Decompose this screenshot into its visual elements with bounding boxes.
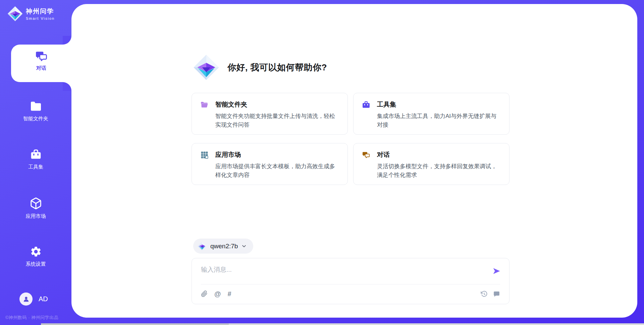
scrollbar-thumb[interactable] (41, 323, 229, 325)
hashtag-icon[interactable]: # (228, 290, 231, 298)
grid-icon (200, 151, 209, 159)
person-icon (22, 295, 30, 303)
card-title: 工具集 (377, 100, 396, 109)
card-smart-folder[interactable]: 智能文件夹 智能文件夹功能支持批量文件上传与清洗，轻松实现文件问答 (192, 93, 348, 135)
chevron-down-icon (241, 244, 247, 249)
sidebar-item-label: 工具集 (28, 164, 43, 170)
page-background: { "brand": { "name": "神州问学", "subtitle":… (0, 0, 644, 325)
gear-icon (30, 246, 42, 258)
sidebar-item-label: 智能文件夹 (23, 116, 48, 122)
copyright-text: ©神州数码 · 神州问学出品 (5, 315, 58, 321)
briefcase-icon (362, 101, 370, 109)
card-title: 智能文件夹 (215, 100, 247, 109)
chat-bubbles-icon (362, 151, 370, 159)
message-input[interactable] (201, 263, 486, 276)
brand-name: 神州问学 (26, 7, 55, 16)
composer-toolbar: @ # (201, 284, 500, 304)
model-gem-icon (198, 242, 207, 251)
tab-fillet-bottom (63, 82, 71, 91)
tab-fillet-top (63, 36, 71, 45)
sidebar-item-toolset[interactable]: 工具集 (0, 148, 71, 170)
card-description: 应用市场提供丰富长文本模板，助力高效生成多样化文章内容 (215, 162, 339, 179)
cube-icon (30, 197, 42, 210)
attachment-icon[interactable] (201, 290, 208, 297)
card-title: 应用市场 (215, 150, 241, 159)
card-app-market[interactable]: 应用市场 应用市场提供丰富长文本模板，助力高效生成多样化文章内容 (192, 143, 348, 185)
chat-panel-icon[interactable] (493, 290, 500, 298)
sidebar-item-settings[interactable]: 系统设置 (0, 246, 71, 267)
card-chat[interactable]: 对话 灵活切换多模型文件，支持多样回复效果调试，满足个性化需求 (353, 143, 509, 185)
chat-bubbles-icon (35, 50, 48, 62)
user-initials: AD (39, 295, 48, 303)
user-account[interactable]: AD (19, 292, 48, 306)
model-name: qwen2:7b (210, 243, 238, 250)
sidebar-item-smart-folder[interactable]: 智能文件夹 (0, 100, 71, 122)
brand-logo: 神州问学 Smart Vision (7, 6, 55, 21)
briefcase-icon (30, 148, 42, 160)
card-description: 灵活切换多模型文件，支持多样回复效果调试，满足个性化需求 (377, 162, 501, 179)
sidebar-item-label: 应用市场 (26, 213, 46, 219)
card-title: 对话 (377, 150, 390, 159)
sidebar-item-app-market[interactable]: 应用市场 (0, 197, 71, 219)
brand-gem-icon (7, 6, 23, 21)
horizontal-scrollbar[interactable] (41, 323, 644, 325)
main-panel: 你好, 我可以如何帮助你? 智能文件夹 智能文件夹功能支持批量文件上传与清洗，轻… (71, 4, 637, 318)
greeting-title: 你好, 我可以如何帮助你? (227, 62, 327, 73)
sidebar-item-label: 系统设置 (26, 261, 46, 267)
send-icon[interactable] (492, 266, 501, 276)
greeting-gem-icon (193, 54, 219, 80)
sidebar-item-chat[interactable]: 对话 (11, 45, 71, 82)
card-toolset[interactable]: 工具集 集成市场上主流工具，助力AI与外界无缝扩展与对接 (353, 93, 509, 135)
brand-subtitle: Smart Vision (26, 16, 55, 20)
avatar (19, 292, 33, 306)
folder-icon (200, 101, 209, 109)
message-composer: @ # (192, 258, 509, 304)
card-description: 智能文件夹功能支持批量文件上传与清洗，轻松实现文件问答 (215, 112, 339, 129)
history-icon[interactable] (481, 290, 488, 298)
card-description: 集成市场上主流工具，助力AI与外界无缝扩展与对接 (377, 112, 501, 129)
feature-cards: 智能文件夹 智能文件夹功能支持批量文件上传与清洗，轻松实现文件问答 工具集 集成… (192, 93, 509, 185)
model-selector[interactable]: qwen2:7b (193, 239, 253, 254)
mention-icon[interactable]: @ (214, 290, 221, 298)
sidebar-item-label: 对话 (36, 65, 46, 71)
greeting: 你好, 我可以如何帮助你? (193, 54, 327, 80)
folder-icon (30, 100, 42, 112)
sidebar: 神州问学 Smart Vision 对话 智能文件夹 (0, 0, 71, 325)
